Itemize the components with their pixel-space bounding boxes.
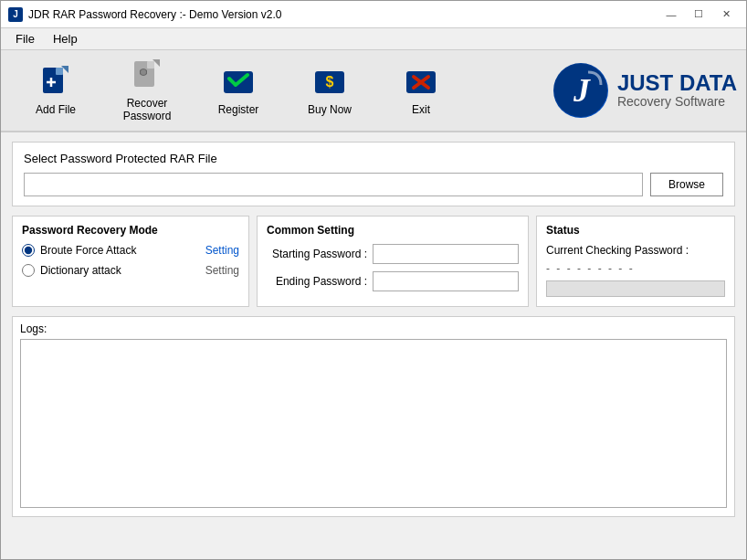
svg-rect-1	[56, 68, 63, 75]
logs-textarea[interactable]	[20, 339, 727, 508]
svg-text:J: J	[573, 72, 591, 109]
logs-section: Logs:	[12, 316, 735, 517]
exit-button[interactable]: Exit	[375, 54, 467, 127]
recovery-mode-title: Password Recovery Mode	[22, 224, 239, 237]
ending-password-row: Ending Password :	[267, 271, 519, 291]
register-icon	[221, 65, 256, 100]
menu-file[interactable]: File	[6, 30, 44, 48]
logo: J JUST DATA Recovery Software	[553, 63, 737, 118]
exit-label: Exit	[412, 103, 430, 116]
main-content: Select Password Protected RAR File Brows…	[1, 132, 746, 526]
brute-force-row: Broute Force Attack Setting	[22, 244, 239, 257]
logo-circle: J	[553, 63, 608, 118]
close-button[interactable]: ✕	[713, 5, 739, 24]
common-setting-title: Common Setting	[267, 224, 519, 237]
dictionary-radio[interactable]	[22, 264, 35, 277]
ending-password-label: Ending Password :	[267, 275, 367, 288]
ending-password-input[interactable]	[373, 271, 519, 291]
buy-now-button[interactable]: $ Buy Now	[284, 54, 375, 127]
logs-title: Logs:	[20, 322, 727, 335]
browse-button[interactable]: Browse	[650, 173, 723, 196]
dictionary-label: Dictionary attack	[40, 264, 200, 277]
buy-now-icon: $	[312, 65, 347, 100]
app-icon: J	[8, 7, 23, 22]
title-bar: J JDR RAR Password Recovery :- Demo Vers…	[1, 1, 746, 28]
dictionary-setting-text: Setting	[205, 264, 239, 277]
brute-force-radio[interactable]	[22, 244, 35, 257]
brute-force-label: Broute Force Attack	[40, 244, 200, 257]
recover-password-icon	[130, 58, 164, 93]
toolbar: Add File Recover Password Register	[1, 50, 746, 132]
add-file-button[interactable]: Add File	[10, 54, 101, 127]
starting-password-row: Starting Password :	[267, 244, 519, 264]
panels-row: Password Recovery Mode Broute Force Atta…	[12, 216, 735, 307]
maximize-button[interactable]: ☐	[686, 5, 711, 24]
status-title: Status	[546, 224, 725, 237]
title-bar-left: J JDR RAR Password Recovery :- Demo Vers…	[8, 7, 281, 22]
menu-bar: File Help	[1, 28, 746, 50]
starting-password-label: Starting Password :	[267, 248, 367, 260]
exit-icon	[404, 65, 438, 100]
common-setting-panel: Common Setting Starting Password : Endin…	[257, 216, 529, 307]
dictionary-row: Dictionary attack Setting	[22, 264, 239, 277]
recover-password-label: Recover Password	[102, 97, 192, 122]
menu-help[interactable]: Help	[44, 30, 87, 48]
svg-point-8	[141, 69, 146, 75]
logo-line2: Recovery Software	[617, 94, 737, 110]
file-section-title: Select Password Protected RAR File	[24, 152, 723, 165]
add-file-icon	[38, 65, 73, 100]
file-path-input[interactable]	[24, 173, 643, 196]
title-bar-title: JDR RAR Password Recovery :- Demo Versio…	[28, 8, 281, 21]
status-progress-bar	[546, 280, 725, 297]
svg-text:$: $	[326, 74, 334, 90]
file-section: Select Password Protected RAR File Brows…	[12, 142, 735, 206]
brute-force-setting-link[interactable]: Setting	[205, 244, 239, 257]
recovery-mode-panel: Password Recovery Mode Broute Force Atta…	[12, 216, 249, 307]
svg-rect-6	[147, 61, 154, 69]
logo-line1: JUST DATA	[617, 72, 737, 94]
minimize-button[interactable]: —	[658, 5, 684, 24]
add-file-label: Add File	[36, 103, 76, 116]
starting-password-input[interactable]	[373, 244, 519, 264]
title-bar-controls: — ☐ ✕	[658, 5, 739, 24]
register-button[interactable]: Register	[193, 54, 284, 127]
status-panel: Status Current Checking Password : - - -…	[536, 216, 735, 307]
register-label: Register	[218, 103, 259, 116]
logo-text: JUST DATA Recovery Software	[617, 72, 737, 110]
current-checking-label: Current Checking Password :	[546, 244, 725, 257]
file-input-row: Browse	[24, 173, 723, 196]
status-dashes: - - - - - - - - -	[546, 262, 725, 275]
buy-now-label: Buy Now	[308, 103, 352, 116]
recover-password-button[interactable]: Recover Password	[101, 54, 193, 127]
